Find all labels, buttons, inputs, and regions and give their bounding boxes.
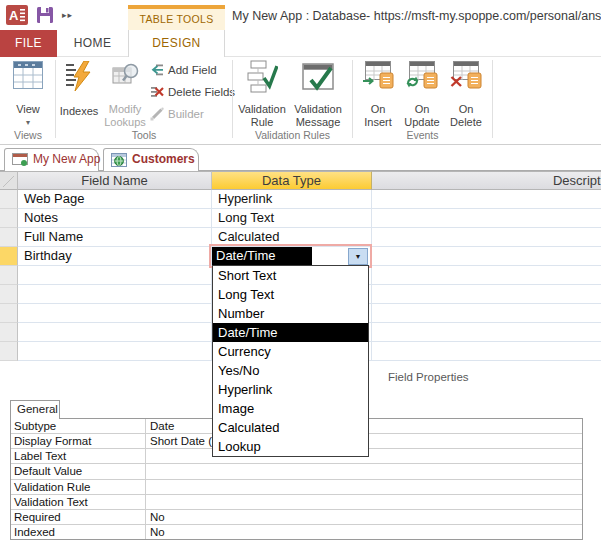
on-insert-button[interactable]: On Insert: [356, 59, 400, 129]
description-cell[interactable]: [372, 285, 601, 304]
events-group-label: Events: [353, 129, 492, 142]
view-button-label: View: [4, 103, 52, 116]
property-value[interactable]: No: [146, 525, 582, 539]
builder-button: Builder: [150, 106, 204, 122]
field-name-cell[interactable]: Full Name: [18, 228, 212, 247]
row-selector[interactable]: [0, 304, 18, 323]
data-type-cell[interactable]: Long Text: [212, 209, 372, 228]
field-name-cell[interactable]: Notes: [18, 209, 212, 228]
indexes-icon: [66, 61, 92, 95]
modify-lookups-button: Modify Lookups: [101, 59, 149, 129]
row-selector[interactable]: [0, 266, 18, 285]
data-type-column-header: Data Type: [212, 171, 372, 190]
field-name-cell[interactable]: [18, 342, 212, 361]
access-window: A ▸▸ TABLE TOOLS My New App : Database- …: [0, 0, 601, 558]
dropdown-item-currency[interactable]: Currency: [213, 342, 368, 361]
view-button[interactable]: View ▾: [4, 59, 52, 129]
tab-design[interactable]: DESIGN: [128, 30, 225, 57]
on-delete-button[interactable]: On Delete: [444, 59, 488, 129]
description-cell[interactable]: [372, 209, 601, 228]
data-type-combo-button[interactable]: ▼: [348, 248, 368, 265]
row-selector[interactable]: [0, 209, 18, 228]
validation-rule-button[interactable]: Validation Rule: [236, 59, 288, 129]
builder-icon: [150, 108, 168, 120]
view-datasheet-icon: [13, 61, 43, 93]
ribbon: View ▾ Views Indexes Modify Lookups Add …: [0, 57, 601, 145]
group-divider: [492, 60, 493, 138]
property-label: Validation Text: [11, 495, 146, 509]
on-delete-label-line1: On: [444, 103, 488, 116]
property-row-validation-rule: Validation Rule: [11, 480, 582, 495]
property-row-default-value: Default Value: [11, 464, 582, 479]
validation-message-button[interactable]: Validation Message: [288, 59, 348, 129]
on-update-icon: [406, 61, 438, 93]
doc-tab-customers[interactable]: Customers: [103, 148, 199, 171]
validation-rules-group-label: Validation Rules: [233, 129, 352, 142]
property-label: Subtype: [11, 419, 146, 433]
property-value[interactable]: [146, 495, 582, 509]
description-cell[interactable]: [372, 247, 601, 266]
delete-fields-icon: [150, 86, 168, 98]
context-tab-table-tools[interactable]: TABLE TOOLS: [128, 9, 225, 30]
validation-message-label-line2: Message: [288, 116, 348, 129]
field-name-cell[interactable]: Birthday: [18, 247, 212, 266]
row-selector[interactable]: [0, 190, 18, 209]
property-row-validation-text: Validation Text: [11, 495, 582, 510]
doc-tab-my-new-app[interactable]: My New App: [4, 148, 99, 171]
property-label: Default Value: [11, 464, 146, 478]
save-icon[interactable]: [36, 6, 54, 24]
view-dropdown-arrow-icon: ▾: [4, 119, 52, 127]
field-name-cell[interactable]: [18, 266, 212, 285]
data-type-cell[interactable]: Hyperlink: [212, 190, 372, 209]
dropdown-item-number[interactable]: Number: [213, 304, 368, 323]
data-type-combo-value[interactable]: Date/Time: [212, 247, 312, 265]
description-cell[interactable]: [372, 190, 601, 209]
description-cell[interactable]: [372, 323, 601, 342]
dropdown-item-long-text[interactable]: Long Text: [213, 285, 368, 304]
indexes-button[interactable]: Indexes: [57, 59, 101, 129]
field-name-cell[interactable]: [18, 285, 212, 304]
modify-lookups-label-line2: Lookups: [101, 116, 149, 129]
on-update-label-line1: On: [400, 103, 444, 116]
dropdown-item-hyperlink[interactable]: Hyperlink: [213, 380, 368, 399]
validation-rule-label-line1: Validation: [232, 103, 292, 116]
dropdown-item-calculated[interactable]: Calculated: [213, 418, 368, 437]
row-selector[interactable]: [0, 323, 18, 342]
general-tab[interactable]: General: [10, 400, 60, 419]
views-group-label: Views: [0, 129, 56, 142]
description-cell[interactable]: [372, 266, 601, 285]
property-value[interactable]: [146, 464, 582, 478]
builder-label: Builder: [168, 108, 204, 120]
add-field-button[interactable]: Add Field: [150, 62, 217, 78]
field-name-cell[interactable]: Web Page: [18, 190, 212, 209]
dropdown-item-yes-no[interactable]: Yes/No: [213, 361, 368, 380]
row-selector[interactable]: [0, 342, 18, 361]
delete-fields-button[interactable]: Delete Fields: [150, 84, 235, 100]
row-selector[interactable]: [0, 285, 18, 304]
dropdown-item-lookup[interactable]: Lookup: [213, 437, 368, 456]
field-name-cell[interactable]: [18, 323, 212, 342]
on-insert-label-line1: On: [356, 103, 400, 116]
property-value[interactable]: [146, 480, 582, 494]
validation-rule-label-line2: Rule: [232, 116, 292, 129]
property-label: Required: [11, 510, 146, 524]
property-value[interactable]: No: [146, 510, 582, 524]
dropdown-item-date-time[interactable]: Date/Time: [213, 323, 368, 342]
on-update-button[interactable]: On Update: [400, 59, 444, 129]
dropdown-item-image[interactable]: Image: [213, 399, 368, 418]
dropdown-item-short-text[interactable]: Short Text: [213, 266, 368, 285]
description-cell[interactable]: [372, 228, 601, 247]
row-selector-current[interactable]: [0, 247, 18, 266]
tab-file[interactable]: FILE: [0, 30, 57, 57]
tab-home[interactable]: HOME: [57, 30, 128, 57]
description-cell[interactable]: [372, 304, 601, 323]
qat-customize-icon[interactable]: ▸▸: [62, 10, 73, 20]
row-selector[interactable]: [0, 228, 18, 247]
grid-corner-cell[interactable]: [0, 171, 18, 190]
field-name-cell[interactable]: [18, 304, 212, 323]
on-delete-icon: [450, 61, 482, 93]
on-delete-label-line2: Delete: [444, 116, 488, 129]
description-cell[interactable]: [372, 342, 601, 361]
validation-rule-icon: [246, 59, 278, 99]
on-insert-icon: [362, 61, 394, 93]
